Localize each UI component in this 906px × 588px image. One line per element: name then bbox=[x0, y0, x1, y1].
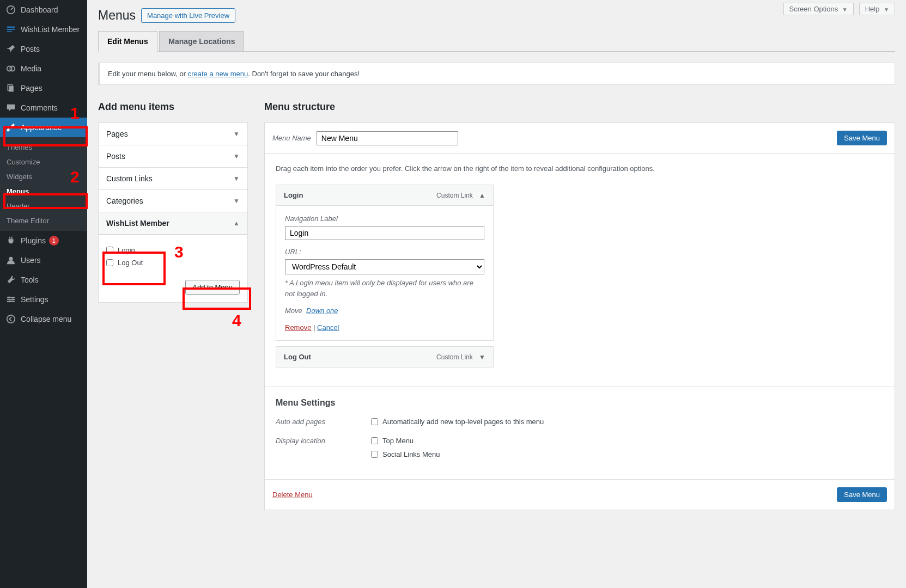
acc-categories[interactable]: Categories ▼ bbox=[99, 190, 247, 212]
sidebar-item-collapse[interactable]: Collapse menu bbox=[0, 309, 87, 329]
sub-header[interactable]: Header bbox=[0, 199, 87, 213]
caret-down-icon: ▼ bbox=[233, 197, 240, 205]
menu-edit-footer: Delete Menu Save Menu bbox=[265, 479, 895, 510]
users-icon bbox=[5, 255, 16, 266]
sub-menus[interactable]: Menus bbox=[0, 184, 87, 199]
menu-item-bar[interactable]: Login Custom Link ▲ bbox=[276, 185, 494, 206]
cancel-link[interactable]: Cancel bbox=[317, 323, 339, 332]
notice-text: . Don't forget to save your changes! bbox=[248, 70, 360, 78]
acc-wishlist-body: Login Log Out Add to Menu bbox=[99, 235, 247, 302]
sidebar-label: Comments bbox=[21, 103, 58, 112]
save-menu-button[interactable]: Save Menu bbox=[837, 131, 887, 145]
sidebar-label: Settings bbox=[21, 295, 48, 304]
sidebar-label: Pages bbox=[21, 84, 42, 93]
display-loc-top[interactable]: Top Menu bbox=[371, 436, 440, 449]
sidebar-item-settings[interactable]: Settings bbox=[0, 290, 87, 309]
page-title: Menus bbox=[98, 8, 136, 23]
sidebar-item-posts[interactable]: Posts bbox=[0, 39, 87, 59]
appearance-submenu: Themes Customize Widgets Menus Header Th… bbox=[0, 137, 87, 231]
auto-add-option-label: Automatically add new top-level pages to… bbox=[382, 418, 544, 426]
acc-pages[interactable]: Pages ▼ bbox=[99, 123, 247, 145]
sidebar-label: Tools bbox=[21, 275, 39, 284]
auto-add-checkbox[interactable] bbox=[371, 418, 378, 425]
logout-checkbox[interactable] bbox=[106, 259, 113, 266]
nav-tabs: Edit Menus Manage Locations bbox=[98, 31, 895, 52]
sidebar-label: Media bbox=[21, 64, 41, 73]
remove-link[interactable]: Remove bbox=[285, 323, 311, 332]
sidebar-label: Posts bbox=[21, 45, 40, 53]
display-loc-social[interactable]: Social Links Menu bbox=[371, 449, 440, 463]
page-header: Menus Manage with Live Preview bbox=[98, 0, 895, 23]
menu-item-type: Custom Link bbox=[436, 192, 473, 199]
brush-icon bbox=[5, 122, 16, 133]
sidebar-label: Plugins bbox=[21, 236, 46, 245]
svg-point-9 bbox=[8, 297, 10, 299]
tab-edit-menus[interactable]: Edit Menus bbox=[98, 31, 157, 52]
auto-add-option[interactable]: Automatically add new top-level pages to… bbox=[371, 416, 544, 430]
menu-item-type: Custom Link bbox=[436, 353, 473, 361]
sidebar-item-dashboard[interactable]: Dashboard bbox=[0, 0, 87, 20]
menu-item-settings: Navigation Label URL: WordPress Default … bbox=[276, 206, 494, 341]
sub-theme-editor[interactable]: Theme Editor bbox=[0, 213, 87, 228]
delete-menu-link[interactable]: Delete Menu bbox=[272, 491, 313, 499]
top-menu-checkbox[interactable] bbox=[371, 437, 378, 444]
caret-up-icon: ▲ bbox=[479, 192, 485, 199]
move-label: Move bbox=[285, 307, 302, 315]
sidebar-item-wishlist[interactable]: WishList Member bbox=[0, 20, 87, 39]
menu-edit-body: Drag each item into the order you prefer… bbox=[265, 154, 895, 387]
help-toggle[interactable]: Help ▼ bbox=[859, 3, 895, 15]
wlm-option-logout[interactable]: Log Out bbox=[106, 256, 240, 269]
separator: | bbox=[311, 323, 317, 332]
wlm-option-label: Log Out bbox=[118, 259, 143, 267]
caret-down-icon: ▼ bbox=[842, 7, 848, 13]
menu-settings-heading: Menu Settings bbox=[276, 398, 884, 408]
nav-label-input[interactable] bbox=[285, 226, 484, 240]
url-select[interactable]: WordPress Default bbox=[285, 259, 484, 274]
display-loc-option-label: Social Links Menu bbox=[382, 450, 440, 458]
add-to-menu-button[interactable]: Add to Menu bbox=[185, 280, 240, 295]
manage-live-preview-button[interactable]: Manage with Live Preview bbox=[141, 8, 235, 23]
sidebar-item-comments[interactable]: Comments bbox=[0, 98, 87, 118]
nav-label-caption: Navigation Label bbox=[285, 215, 484, 223]
wlm-option-label: Login bbox=[118, 246, 135, 254]
tab-manage-locations[interactable]: Manage Locations bbox=[159, 31, 244, 52]
acc-custom-links[interactable]: Custom Links ▼ bbox=[99, 168, 247, 190]
acc-wishlist-member[interactable]: WishList Member ▲ bbox=[99, 212, 247, 235]
menu-name-input[interactable] bbox=[317, 131, 458, 145]
add-menu-items-column: Add menu items Pages ▼ Posts ▼ Custom Li… bbox=[98, 101, 248, 510]
sidebar-item-tools[interactable]: Tools bbox=[0, 270, 87, 290]
social-menu-checkbox[interactable] bbox=[371, 451, 378, 458]
save-menu-button-footer[interactable]: Save Menu bbox=[837, 487, 887, 502]
notice-bar: Edit your menu below, or create a new me… bbox=[98, 63, 895, 85]
dashboard-icon bbox=[5, 4, 16, 15]
add-menu-items-heading: Add menu items bbox=[98, 101, 248, 113]
svg-rect-4 bbox=[9, 86, 14, 91]
screen-options-toggle[interactable]: Screen Options ▼ bbox=[783, 3, 854, 15]
caret-down-icon: ▼ bbox=[233, 152, 240, 160]
acc-posts[interactable]: Posts ▼ bbox=[99, 145, 247, 168]
sidebar-item-pages[interactable]: Pages bbox=[0, 78, 87, 98]
sidebar-item-appearance[interactable]: Appearance bbox=[0, 118, 87, 137]
notice-text: Edit your menu below, or bbox=[108, 70, 188, 78]
menu-edit-panel: Menu Name Save Menu Drag each item into … bbox=[264, 122, 895, 510]
sub-widgets[interactable]: Widgets bbox=[0, 169, 87, 184]
sidebar-label: Users bbox=[21, 256, 41, 265]
wishlist-icon bbox=[5, 24, 16, 35]
sidebar-item-plugins[interactable]: Plugins 1 bbox=[0, 231, 87, 250]
svg-point-5 bbox=[9, 257, 13, 261]
caret-down-icon: ▼ bbox=[884, 7, 889, 13]
move-down-link[interactable]: Down one bbox=[306, 307, 338, 315]
sub-customize[interactable]: Customize bbox=[0, 155, 87, 169]
caret-down-icon: ▼ bbox=[479, 353, 485, 361]
sub-themes[interactable]: Themes bbox=[0, 140, 87, 155]
pushpin-icon bbox=[5, 44, 16, 54]
display-loc-label: Display location bbox=[276, 436, 371, 463]
create-new-menu-link[interactable]: create a new menu bbox=[188, 70, 248, 78]
menu-item-bar[interactable]: Log Out Custom Link ▼ bbox=[276, 346, 494, 367]
wlm-option-login[interactable]: Login bbox=[106, 244, 240, 256]
sidebar-label: WishList Member bbox=[21, 25, 80, 34]
login-checkbox[interactable] bbox=[106, 247, 113, 254]
menu-item-login: Login Custom Link ▲ Navigation Label URL… bbox=[276, 185, 494, 341]
sidebar-item-media[interactable]: Media bbox=[0, 59, 87, 78]
sidebar-item-users[interactable]: Users bbox=[0, 250, 87, 270]
